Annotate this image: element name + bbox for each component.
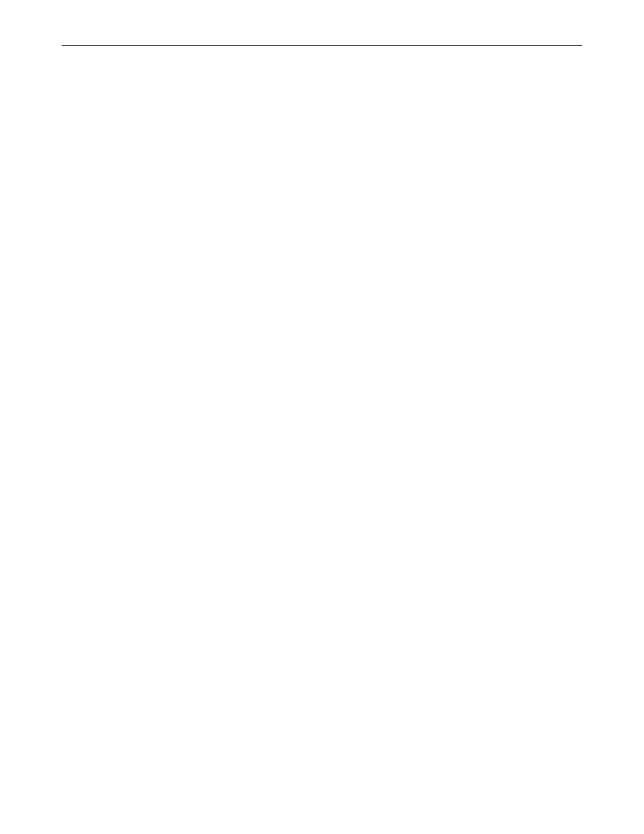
page-header-rule	[62, 45, 582, 46]
